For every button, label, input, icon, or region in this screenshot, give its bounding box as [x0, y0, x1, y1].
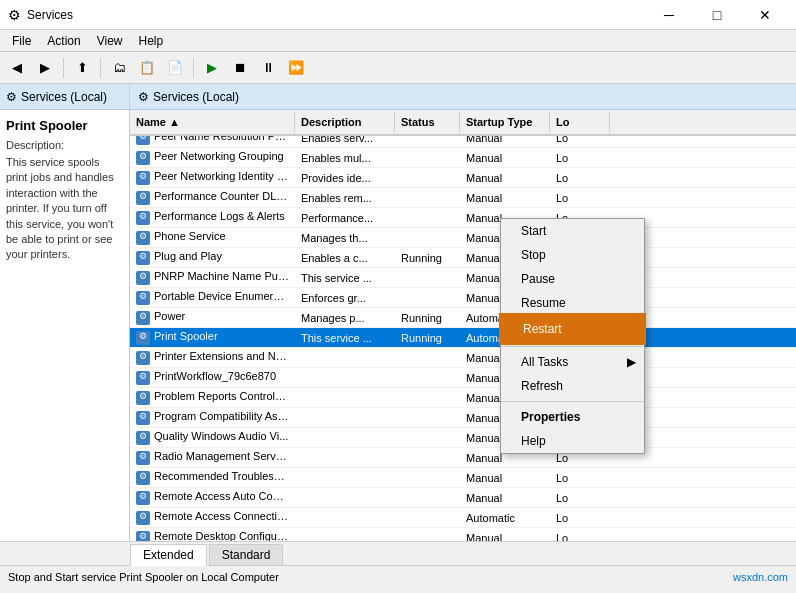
row-name: ⚙Remote Desktop Configura...	[130, 529, 295, 541]
row-desc: Enables rem...	[295, 191, 395, 205]
row-status: Running	[395, 331, 460, 345]
row-name: ⚙Peer Networking Identity M...	[130, 169, 295, 185]
col-header-desc[interactable]: Description	[295, 112, 395, 132]
stop-service-button[interactable]: ⏹	[227, 56, 253, 80]
row-name: ⚙Program Compatibility Ass...	[130, 409, 295, 425]
row-status	[395, 237, 460, 239]
show-hide-button[interactable]: 🗂	[106, 56, 132, 80]
ctx-item-resume[interactable]: Resume	[501, 291, 644, 315]
table-row[interactable]: ⚙PowerManages p...RunningAutomaticLo	[130, 308, 796, 328]
start-service-button[interactable]: ▶	[199, 56, 225, 80]
service-icon: ⚙	[136, 171, 150, 185]
properties-button[interactable]: 📄	[162, 56, 188, 80]
ctx-item-stop[interactable]: Stop	[501, 243, 644, 267]
row-status: Running	[395, 251, 460, 265]
table-row[interactable]: ⚙Performance Counter DLL ...Enables rem.…	[130, 188, 796, 208]
row-desc	[295, 377, 395, 379]
table-row[interactable]: ⚙Radio Management Servic...ManualLo	[130, 448, 796, 468]
toolbar-sep-1	[63, 58, 64, 78]
maximize-button[interactable]: □	[694, 0, 740, 30]
row-status	[395, 497, 460, 499]
table-row[interactable]: ⚙Remote Access Auto Conn...ManualLo	[130, 488, 796, 508]
row-desc	[295, 457, 395, 459]
menu-item-action[interactable]: Action	[39, 32, 88, 50]
row-name: ⚙Printer Extensions and Not...	[130, 349, 295, 365]
export-button[interactable]: 📋	[134, 56, 160, 80]
service-icon: ⚙	[136, 291, 150, 305]
row-desc	[295, 517, 395, 519]
tab-standard[interactable]: Standard	[209, 544, 284, 565]
ctx-item-pause[interactable]: Pause	[501, 267, 644, 291]
row-desc	[295, 477, 395, 479]
up-button[interactable]: ⬆	[69, 56, 95, 80]
forward-button[interactable]: ▶	[32, 56, 58, 80]
col-header-logon[interactable]: Lo	[550, 112, 610, 132]
ctx-item-help[interactable]: Help	[501, 429, 644, 453]
row-desc	[295, 497, 395, 499]
services-table: Name ▲ Description Status Startup Type L…	[130, 110, 796, 541]
row-logon: Lo	[550, 511, 610, 525]
close-button[interactable]: ✕	[742, 0, 788, 30]
table-row[interactable]: ⚙Program Compatibility Ass...ManualLo	[130, 408, 796, 428]
minimize-button[interactable]: ─	[646, 0, 692, 30]
bottom-tabs: Extended Standard	[0, 541, 796, 565]
menu-bar: FileActionViewHelp	[0, 30, 796, 52]
service-icon: ⚙	[136, 271, 150, 285]
row-name: ⚙Quality Windows Audio Vi...	[130, 429, 295, 445]
table-row[interactable]: ⚙Recommended Troubleshoo...ManualLo	[130, 468, 796, 488]
table-row[interactable]: ⚙Remote Desktop Configura...ManualLo	[130, 528, 796, 541]
row-name: ⚙Print Spooler	[130, 329, 295, 345]
table-row[interactable]: ⚙Performance Logs & AlertsPerformance...…	[130, 208, 796, 228]
col-header-status[interactable]: Status	[395, 112, 460, 132]
tab-extended[interactable]: Extended	[130, 544, 207, 566]
table-row[interactable]: ⚙Peer Name Resolution Prot...Enables ser…	[130, 136, 796, 148]
ctx-item-refresh[interactable]: Refresh	[501, 374, 644, 398]
table-row[interactable]: ⚙Portable Device Enumerator...Enforces g…	[130, 288, 796, 308]
col-header-startup[interactable]: Startup Type	[460, 112, 550, 132]
service-icon: ⚙	[136, 431, 150, 445]
table-row[interactable]: ⚙Print SpoolerThis service ...RunningAut…	[130, 328, 796, 348]
menu-item-help[interactable]: Help	[131, 32, 172, 50]
ctx-item-properties[interactable]: Properties	[501, 405, 644, 429]
pause-service-button[interactable]: ⏸	[255, 56, 281, 80]
row-name: ⚙Remote Access Connectio...	[130, 509, 295, 525]
table-row[interactable]: ⚙PNRP Machine Name Publi...This service …	[130, 268, 796, 288]
table-row[interactable]: ⚙Quality Windows Audio Vi...ManualLo	[130, 428, 796, 448]
row-status: Running	[395, 311, 460, 325]
main-layout: ⚙ Services (Local) Print Spooler Descrip…	[0, 84, 796, 541]
table-header: Name ▲ Description Status Startup Type L…	[130, 110, 796, 136]
service-icon: ⚙	[136, 531, 150, 541]
row-desc	[295, 357, 395, 359]
menu-item-file[interactable]: File	[4, 32, 39, 50]
table-row[interactable]: ⚙Phone ServiceManages th...Manual (Trig.…	[130, 228, 796, 248]
row-name: ⚙Peer Networking Grouping	[130, 149, 295, 165]
row-status	[395, 517, 460, 519]
col-header-name[interactable]: Name ▲	[130, 112, 295, 132]
row-logon: Lo	[550, 136, 610, 145]
sidebar-description-text: This service spools print jobs and handl…	[6, 155, 123, 263]
row-status	[395, 417, 460, 419]
row-name: ⚙Performance Logs & Alerts	[130, 209, 295, 225]
row-status	[395, 177, 460, 179]
table-row[interactable]: ⚙Remote Access Connectio...AutomaticLo	[130, 508, 796, 528]
back-button[interactable]: ◀	[4, 56, 30, 80]
table-row[interactable]: ⚙Printer Extensions and Not...ManualLo	[130, 348, 796, 368]
row-status	[395, 297, 460, 299]
row-desc: Enforces gr...	[295, 291, 395, 305]
service-icon: ⚙	[136, 511, 150, 525]
sidebar-icon: ⚙	[6, 90, 17, 104]
table-row[interactable]: ⚙PrintWorkflow_79c6e870ManualLo	[130, 368, 796, 388]
row-name: ⚙Problem Reports Control P...	[130, 389, 295, 405]
row-logon: Lo	[550, 491, 610, 505]
ctx-item-restart[interactable]: Restart	[501, 315, 644, 343]
row-startup: Manual	[460, 491, 550, 505]
restart-service-button[interactable]: ⏩	[283, 56, 309, 80]
table-row[interactable]: ⚙Peer Networking GroupingEnables mul...M…	[130, 148, 796, 168]
menu-item-view[interactable]: View	[89, 32, 131, 50]
table-row[interactable]: ⚙Plug and PlayEnables a c...RunningManua…	[130, 248, 796, 268]
ctx-item-start[interactable]: Start	[501, 219, 644, 243]
row-status	[395, 157, 460, 159]
table-row[interactable]: ⚙Problem Reports Control P...ManualLo	[130, 388, 796, 408]
table-row[interactable]: ⚙Peer Networking Identity M...Provides i…	[130, 168, 796, 188]
ctx-item-all-tasks[interactable]: All Tasks▶	[501, 350, 644, 374]
